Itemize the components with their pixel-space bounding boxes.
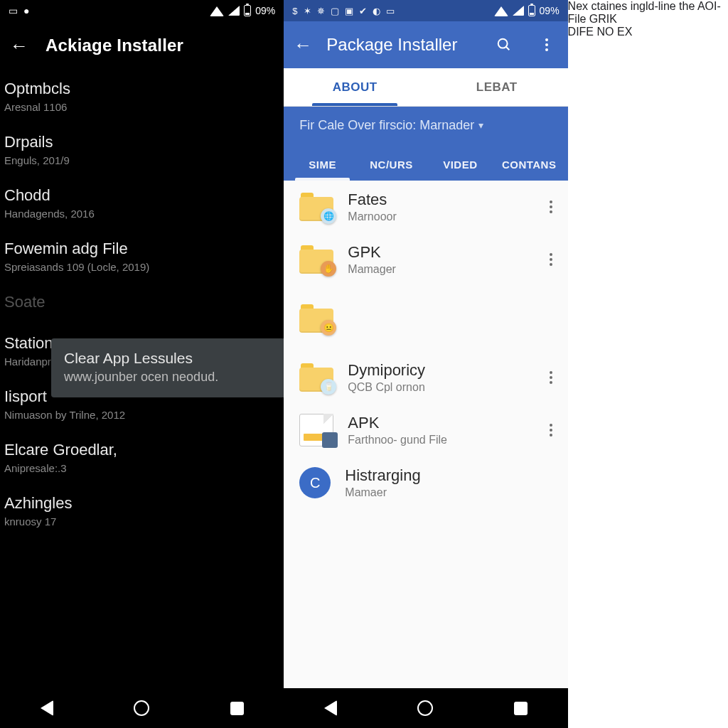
- item-primary: Azhingles: [4, 494, 271, 513]
- star-alt-icon: ✵: [317, 6, 325, 16]
- list-item[interactable]: Optmbcls Aresnal 1106: [0, 70, 284, 123]
- signal-icon: [228, 6, 240, 16]
- page-title: Ackiage Installer: [46, 36, 183, 55]
- nav-recents-icon[interactable]: [230, 702, 244, 715]
- list-item[interactable]: Azhingles knruosy 17: [0, 484, 284, 537]
- toast-title: Clear App Lessules: [64, 350, 286, 367]
- tabs-primary: ABOUT LEBAT: [284, 68, 567, 107]
- file-sub: Mamaer: [345, 486, 560, 499]
- item-primary: Soate: [4, 293, 271, 311]
- nav-back-icon[interactable]: [324, 700, 337, 716]
- battery-text: 09%: [540, 5, 560, 16]
- file-name: Fates: [348, 191, 526, 209]
- file-row[interactable]: C Histrarging Mamaer: [284, 456, 567, 509]
- row-overflow-icon[interactable]: [541, 200, 561, 213]
- status-left-icons: ▭ ●: [9, 5, 29, 16]
- file-sub: Farthnoo- gund File: [348, 434, 526, 446]
- app-bar: ← Ackiage Installer: [0, 21, 284, 70]
- dot-icon: ●: [23, 5, 29, 16]
- app-bar: ← Package Installer: [284, 21, 567, 68]
- file-row[interactable]: APK Farthnoo- gund File: [284, 404, 567, 456]
- dialog-button-ex[interactable]: EX: [617, 26, 632, 38]
- sim-icon: ▭: [9, 5, 18, 16]
- row-overflow-icon[interactable]: [541, 424, 561, 437]
- nav-recents-icon[interactable]: [514, 702, 528, 715]
- tab-about[interactable]: ABOUT: [284, 68, 426, 106]
- file-sub: QCB Cpl ornon: [348, 381, 526, 394]
- file-name: APK: [348, 414, 526, 432]
- wifi-icon: [494, 6, 508, 16]
- dialog-message: Nex ctaines ingld-line the AOI- File GRI…: [568, 0, 728, 26]
- item-secondary: Handagends, 2016: [4, 208, 271, 220]
- toast-subtitle: www.jounber ocen neodud.: [64, 370, 286, 385]
- file-sub: Marnooor: [348, 210, 526, 223]
- tab-contans[interactable]: CONTANS: [495, 159, 564, 181]
- nav-back-icon[interactable]: [41, 700, 53, 716]
- file-list[interactable]: 🌐 Fates Marnooor ✋ GPK Mamager 😐: [284, 181, 567, 688]
- breadcrumb-dropdown[interactable]: Fir Cale Over firscio: Marnader ▾: [284, 107, 567, 144]
- folder-icon: ✋: [299, 245, 333, 274]
- row-overflow-icon[interactable]: [541, 371, 561, 384]
- list-item[interactable]: Soate: [0, 283, 284, 324]
- list-item[interactable]: Drpails Enguls, 201/9: [0, 123, 284, 176]
- item-secondary: knruosy 17: [4, 515, 271, 528]
- item-primary: Drpails: [4, 133, 271, 151]
- nav-bar: [284, 688, 567, 728]
- nav-home-icon[interactable]: [134, 700, 149, 716]
- apk-file-icon: [299, 414, 333, 446]
- item-primary: Fowemin adg File: [4, 240, 271, 258]
- phone-left-dark: ▭ ● 09% ← Ackiage Installer Optmbcls Are…: [0, 0, 284, 728]
- face-badge-icon: 😐: [321, 320, 336, 336]
- file-sub: Mamager: [348, 263, 526, 276]
- svg-point-0: [498, 39, 507, 48]
- list-item[interactable]: Fowemin adg File Spreiasands 109 (Locle,…: [0, 230, 284, 283]
- battery-text: 09%: [255, 5, 275, 16]
- file-row[interactable]: ✋ GPK Mamager: [284, 233, 567, 286]
- item-primary: Optmbcls: [4, 80, 271, 98]
- confirm-dialog: Nex ctaines ingld-line the AOI- File GRI…: [568, 0, 728, 728]
- tab-sime[interactable]: SIME: [288, 159, 357, 181]
- check-circle-icon: ✔: [359, 6, 367, 16]
- status-bar: ▭ ● 09%: [0, 0, 284, 21]
- status-bar: $ ✶ ✵ ▢ ▣ ✔ ◐ ▭ 09%: [284, 0, 567, 21]
- overflow-menu-icon[interactable]: [532, 31, 561, 59]
- battery-icon: [528, 5, 535, 16]
- file-row[interactable]: 🥛 Dymiporicy QCB Cpl ornon: [284, 351, 567, 404]
- tab-lebat[interactable]: LEBAT: [426, 68, 568, 106]
- file-name: GPK: [348, 243, 526, 262]
- nav-bar: [0, 688, 284, 728]
- list-item[interactable]: Chodd Handagends, 2016: [0, 176, 284, 230]
- file-name: Histrarging: [345, 466, 560, 485]
- back-arrow-icon[interactable]: ←: [294, 36, 312, 54]
- dialog-button-no[interactable]: NO: [597, 26, 614, 38]
- signal-icon: [513, 6, 524, 16]
- folder-icon: 🌐: [299, 193, 333, 221]
- file-row[interactable]: 😐: [284, 286, 567, 351]
- search-icon[interactable]: [490, 31, 518, 59]
- file-name: Dymiporicy: [348, 361, 526, 380]
- row-overflow-icon[interactable]: [541, 253, 561, 266]
- phone-right-light: $ ✶ ✵ ▢ ▣ ✔ ◐ ▭ 09% ← Package Installer …: [284, 0, 567, 728]
- dialog-button-dife[interactable]: DIFE: [568, 26, 594, 38]
- tab-vided[interactable]: VIDED: [426, 159, 495, 181]
- folder-icon: 😐: [299, 304, 333, 333]
- tabs-secondary: SIME NC/URS VIDED CONTANS: [284, 144, 567, 181]
- back-arrow-icon[interactable]: ←: [10, 36, 28, 55]
- chevron-down-icon: ▾: [478, 119, 483, 131]
- item-secondary: Spreiasands 109 (Locle, 2019): [4, 261, 271, 273]
- list-item[interactable]: Elcare Groedlar, Anipresale:.3: [0, 431, 284, 484]
- wifi-icon: [210, 6, 224, 16]
- item-primary: Chodd: [4, 186, 271, 205]
- file-row[interactable]: 🌐 Fates Marnooor: [284, 181, 567, 233]
- folder-icon: 🥛: [299, 363, 333, 392]
- toast-snackbar: Clear App Lessules www.jounber ocen neod…: [51, 338, 299, 397]
- item-secondary: Enguls, 201/9: [4, 154, 271, 166]
- cup-badge-icon: 🥛: [321, 379, 336, 395]
- page-title: Package Installer: [326, 35, 475, 55]
- nav-home-icon[interactable]: [417, 700, 433, 716]
- breadcrumb-text: Fir Cale Over firscio: Marnader: [299, 118, 474, 133]
- tab-ncurs[interactable]: NC/URS: [357, 159, 426, 181]
- square-icon: ▢: [331, 6, 339, 16]
- currency-icon: $: [292, 6, 297, 16]
- dialog-buttons: DIFE NO EX: [568, 26, 728, 38]
